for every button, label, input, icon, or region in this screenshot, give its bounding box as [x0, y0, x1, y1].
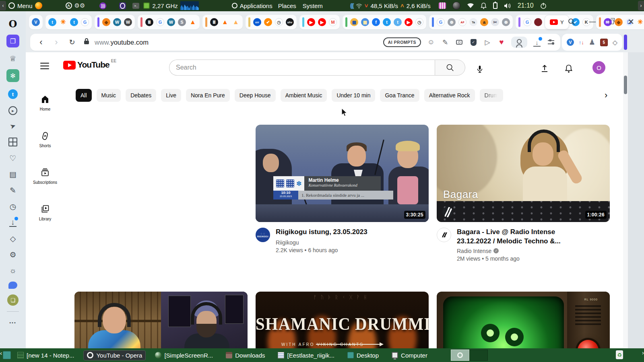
tab-favicon[interactable]: M	[329, 18, 337, 26]
active-tab-youtube[interactable]: Y	[545, 15, 569, 29]
video-thumbnail[interactable]: RL 9000	[437, 292, 610, 348]
voice-search-button[interactable]	[472, 61, 488, 77]
extension-v-icon[interactable]: V	[567, 39, 574, 46]
clock[interactable]: 21:10	[518, 2, 534, 9]
menu-button[interactable]: Menu	[8, 2, 42, 9]
tab-favicon[interactable]	[534, 18, 542, 26]
taskbar-item--eestlaste-riigik-[interactable]: [Eestlaste_riigik...	[275, 351, 338, 360]
back-button[interactable]: ‹	[33, 37, 49, 47]
power-icon[interactable]	[540, 2, 547, 9]
favorites-icon[interactable]: ♡	[8, 153, 18, 163]
panel-expand-right[interactable]: ›	[638, 1, 644, 10]
channel-name[interactable]: Radio Intense ✓	[457, 248, 561, 254]
extension-updown-icon[interactable]: ↑↓	[579, 39, 584, 45]
cpu-applet[interactable]: 2,27 GHz	[143, 1, 198, 10]
history-icon[interactable]: ◷	[8, 201, 18, 212]
taskbar-item-desktop[interactable]: Desktop	[344, 351, 382, 360]
battery-icon[interactable]	[493, 2, 497, 9]
url-text[interactable]: www.youtube.com	[95, 39, 149, 46]
notes-icon[interactable]: ❏	[7, 294, 19, 306]
page-scrollbar[interactable]	[623, 52, 628, 348]
restore-button[interactable]	[609, 20, 614, 24]
guide-item-shorts[interactable]: Shorts	[26, 131, 64, 148]
tab-favicon[interactable]: W	[113, 18, 121, 26]
pinboard-icon[interactable]: ✎	[8, 185, 18, 195]
snapshot-edit-icon[interactable]: ✎	[441, 38, 450, 47]
chip-live[interactable]: Live	[161, 89, 181, 102]
tab-favicon[interactable]: ⊕	[448, 18, 456, 26]
search-tool-launcher[interactable]: A ⚙⚙	[66, 2, 85, 9]
tab-favicon[interactable]: ◷	[275, 18, 283, 26]
player-icon[interactable]: ▸	[8, 106, 17, 115]
tab-favicon[interactable]: f	[372, 18, 380, 26]
tab-favicon[interactable]: t	[70, 18, 78, 26]
notification-bell-icon[interactable]	[481, 2, 487, 9]
workspace-1[interactable]	[451, 350, 469, 361]
guide-item-subscriptions[interactable]: Subscriptions	[26, 168, 64, 185]
search-button[interactable]	[435, 60, 465, 76]
reload-button[interactable]: ↻	[64, 38, 80, 47]
tab-favicon[interactable]: uhv	[286, 18, 294, 26]
tab-favicon[interactable]: ▲	[232, 18, 240, 26]
favorite-heart-icon[interactable]: ♥	[497, 38, 506, 47]
tab-favicon[interactable]: a	[480, 18, 488, 26]
chips-scroll-right-icon[interactable]: ›	[605, 90, 607, 101]
menubar-places[interactable]: Places	[278, 2, 296, 9]
downloads-button[interactable]: ↓	[533, 38, 541, 47]
close-button[interactable]: ✕	[627, 17, 634, 27]
tab-favicon[interactable]: Ⅲ	[210, 18, 218, 26]
minimize-button[interactable]: —	[589, 18, 596, 26]
taskbar-item-downloads[interactable]: Downloads	[223, 351, 268, 360]
tab-favicon[interactable]: G	[156, 18, 164, 26]
profile-icon[interactable]	[511, 37, 527, 48]
video-thumbnail[interactable]: ᚠᚢᚦᚱᚲᚷᚹᚺ SHAMANIC DRUMMING WITH AFRO VIK…	[256, 292, 429, 348]
tweaks-sliders-icon[interactable]	[547, 38, 555, 47]
tor-browser-launcher[interactable]	[119, 2, 126, 9]
ai-prompts-button[interactable]: AI PROMPTS	[383, 37, 421, 47]
chip-all[interactable]: All	[76, 89, 92, 102]
taskbar-collapse-left[interactable]: ‹	[0, 350, 2, 361]
tab-favicon[interactable]: ▶	[405, 18, 413, 26]
tab-favicon[interactable]: W	[124, 18, 132, 26]
tab-favicon[interactable]: ✂	[491, 18, 499, 26]
twitter-icon[interactable]: t	[6, 88, 19, 101]
bookmarks-icon[interactable]: ❐	[6, 35, 19, 47]
menubar-system[interactable]: System	[303, 2, 323, 9]
tab-favicon[interactable]: ◆	[102, 18, 110, 26]
wifi-tray-icon[interactable]	[467, 3, 474, 8]
tab-favicon[interactable]: ✳	[59, 18, 67, 26]
tab-favicon[interactable]: Ta	[469, 18, 477, 26]
more-icon[interactable]: •••	[8, 317, 18, 328]
downloads-icon[interactable]: ↓	[8, 217, 18, 228]
chip-goa-trance[interactable]: Goa Trance	[380, 89, 419, 102]
tab-favicon[interactable]: AF	[458, 18, 466, 26]
tab-favicon[interactable]: ▲	[221, 18, 229, 26]
feed-icon[interactable]: ▤	[8, 169, 18, 179]
tab-favicon[interactable]: ▦	[361, 18, 369, 26]
trash-icon[interactable]: ♻	[616, 350, 623, 359]
chip-under-10-min[interactable]: Under 10 min	[332, 89, 375, 102]
shield-check-icon[interactable]: ✓	[469, 38, 478, 47]
equalizer-tray-icon[interactable]	[439, 2, 446, 9]
chip-debates[interactable]: Debates	[126, 89, 156, 102]
taskbar-item-youtube-opera[interactable]: YouTube - Opera	[84, 351, 145, 360]
taskbar-item-computer[interactable]: Computer	[388, 351, 431, 360]
volume-icon[interactable]	[504, 3, 511, 9]
taskbar-item--simplescreenr-[interactable]: [SimpleScreenR...	[152, 351, 216, 360]
channel-name[interactable]: Riigikogu	[276, 239, 367, 246]
forward-button[interactable]: ›	[49, 37, 64, 47]
chip-ambient-music[interactable]: Ambient Music	[281, 89, 327, 102]
tab-favicon[interactable]: t	[394, 18, 402, 26]
tab-favicon[interactable]: G	[81, 18, 89, 26]
video-thumbnail[interactable]: Terry Mardnay Sean McCann	[74, 292, 248, 348]
video-title[interactable]: Bagara - Live @ Radio Intense 23.12.2022…	[457, 228, 561, 246]
net-applet[interactable]: ((( ˅ 48,5 KiB/s ˄ 2,6 KiB/s	[350, 2, 431, 9]
extension-five-icon[interactable]: 5	[600, 39, 608, 46]
tab-favicon[interactable]: ✳	[636, 18, 644, 26]
search-input[interactable]	[169, 60, 435, 76]
panel-collapse-left[interactable]: ‹	[0, 1, 6, 10]
tab-favicon[interactable]: t	[48, 18, 56, 26]
workspace-2[interactable]	[469, 350, 488, 361]
tab-favicon[interactable]: t	[383, 18, 391, 26]
tab-favicon[interactable]: ▲	[189, 18, 197, 26]
